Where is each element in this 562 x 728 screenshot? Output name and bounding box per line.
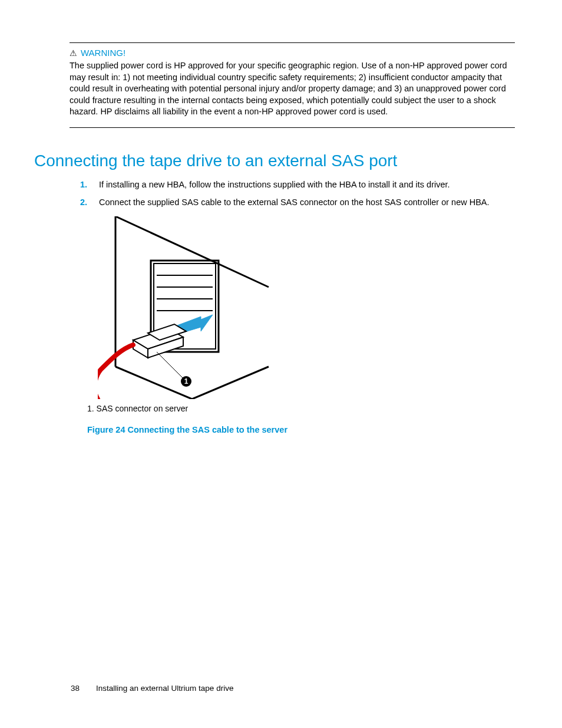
figure-caption: Figure 24 Connecting the SAS cable to th… xyxy=(87,425,515,434)
chapter-title: Installing an external Ultrium tape driv… xyxy=(96,684,233,693)
list-item: 1. If installing a new HBA, follow the i… xyxy=(78,179,515,190)
step-text: Connect the supplied SAS cable to the ex… xyxy=(99,196,490,208)
list-item: 2. Connect the supplied SAS cable to the… xyxy=(78,196,515,208)
svg-line-10 xyxy=(157,352,183,378)
page-number: 38 xyxy=(71,684,80,693)
step-text: If installing a new HBA, follow the inst… xyxy=(99,179,450,190)
figure: 1 1. SAS connector on server Figure 24 C… xyxy=(98,216,515,434)
step-number: 1. xyxy=(78,179,87,190)
warning-body: The supplied power cord is HP approved f… xyxy=(70,60,515,118)
warning-title: WARNING! xyxy=(81,48,125,58)
warning-triangle-icon: ⚠ xyxy=(70,49,77,57)
svg-line-3 xyxy=(192,367,269,399)
warning-box: ⚠ WARNING! The supplied power cord is HP… xyxy=(70,42,515,128)
sas-connector-diagram-icon: 1 xyxy=(98,216,275,399)
svg-text:1: 1 xyxy=(184,377,189,386)
figure-legend: 1. SAS connector on server xyxy=(87,404,515,413)
svg-line-1 xyxy=(115,216,269,287)
section-heading: Connecting the tape drive to an external… xyxy=(34,151,515,170)
svg-line-2 xyxy=(115,367,192,399)
step-number: 2. xyxy=(78,196,87,208)
steps-list: 1. If installing a new HBA, follow the i… xyxy=(78,179,515,209)
page-footer: 38 Installing an external Ultrium tape d… xyxy=(71,684,233,693)
